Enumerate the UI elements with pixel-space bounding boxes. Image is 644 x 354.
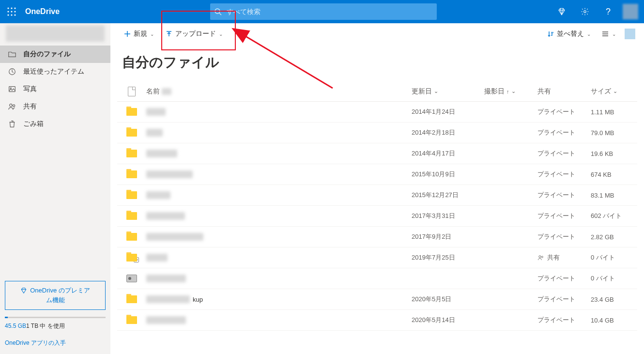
app-header: OneDrive ?	[0, 0, 644, 23]
column-date-taken-label: 撮影日	[484, 87, 505, 96]
plus-icon	[124, 31, 131, 37]
clock-icon	[8, 67, 16, 76]
brand-title[interactable]: OneDrive	[23, 7, 60, 16]
cell-name	[146, 129, 412, 137]
svg-point-1	[11, 7, 12, 9]
cell-size: 19.6 KB	[591, 150, 637, 157]
svg-point-29	[541, 256, 543, 258]
cell-name	[146, 108, 412, 116]
people-icon	[8, 102, 16, 111]
cell-sharing: プライベート	[537, 295, 591, 304]
folder-icon	[126, 212, 137, 220]
column-sharing[interactable]: 共有	[537, 87, 591, 96]
shared-badge-icon: ⇄	[134, 257, 139, 262]
get-app-link[interactable]: OneDrive アプリの入手	[5, 339, 66, 347]
new-button[interactable]: 新規 ⌄	[119, 27, 159, 41]
diamond-icon	[20, 287, 27, 294]
table-row[interactable]: プライベート0 バイト	[117, 268, 637, 289]
column-modified[interactable]: 更新日 ⌄	[412, 87, 484, 96]
premium-label-line2: ム機能	[46, 296, 65, 305]
sidebar-item-4[interactable]: ごみ箱	[0, 115, 110, 133]
table-row[interactable]: 2014年2月18日プライベート79.0 MB	[117, 123, 637, 143]
chevron-down-icon: ⌄	[511, 88, 516, 94]
cell-sharing: プライベート	[537, 191, 591, 200]
new-button-label: 新規	[134, 30, 147, 38]
table-row[interactable]: 2015年10月9日プライベート674 KB	[117, 164, 637, 185]
cell-modified: 2019年7月25日	[412, 253, 484, 262]
table-row[interactable]: 2014年1月24日プライベート1.11 MB	[117, 102, 637, 123]
command-bar: 新規 ⌄ アップロード ⌄ 並べ替え ⌄ ⌄	[110, 23, 644, 45]
table-row[interactable]: 2014年4月17日プライベート19.6 KB	[117, 143, 637, 164]
info-pane-button[interactable]	[625, 29, 635, 39]
svg-point-7	[11, 14, 12, 15]
file-list-header: 名前 更新日 ⌄ 撮影日 ↑ ⌄ 共有 サイズ ⌄	[117, 81, 637, 102]
svg-point-5	[14, 11, 15, 12]
svg-point-28	[539, 256, 541, 258]
column-name[interactable]: 名前	[146, 87, 412, 96]
cell-icon	[117, 150, 146, 157]
upload-button[interactable]: アップロード ⌄	[161, 27, 228, 41]
storage-text: 45.5 GB1 TB 中 を使用	[5, 322, 106, 330]
gear-icon	[581, 7, 589, 16]
file-icon	[128, 87, 136, 96]
premium-diamond-button[interactable]	[550, 0, 573, 23]
sidebar-item-1[interactable]: 最近使ったアイテム	[0, 63, 110, 80]
table-row[interactable]: ⇄2019年7月25日共有0 バイト	[117, 247, 637, 268]
cell-size: 23.4 GB	[591, 296, 637, 303]
help-icon: ?	[606, 7, 611, 17]
help-button[interactable]: ?	[597, 0, 620, 23]
cell-modified: 2014年2月18日	[412, 128, 484, 137]
storage-bar-fill	[5, 317, 8, 318]
cell-sharing: プライベート	[537, 274, 591, 283]
cell-icon: ⇄	[117, 254, 146, 262]
sidebar: 自分のファイル最近使ったアイテム写真共有ごみ箱 OneDrive のプレミア ム…	[0, 23, 110, 354]
column-date-taken[interactable]: 撮影日 ↑ ⌄	[484, 87, 537, 96]
cell-name: kup	[146, 295, 412, 303]
cell-icon	[117, 275, 146, 282]
cell-modified: 2020年5月14日	[412, 316, 484, 324]
folder-icon	[126, 191, 137, 199]
search-input[interactable]	[210, 3, 437, 20]
upload-button-label: アップロード	[175, 30, 216, 38]
premium-features-button[interactable]: OneDrive のプレミア ム機能	[5, 281, 106, 310]
sidebar-item-3[interactable]: 共有	[0, 98, 110, 115]
view-options-button[interactable]: ⌄	[599, 28, 618, 40]
cell-size: 83.1 MB	[591, 192, 637, 199]
table-row[interactable]: 2015年12月27日プライベート83.1 MB	[117, 185, 637, 206]
svg-point-8	[14, 14, 15, 15]
settings-button[interactable]	[573, 0, 597, 23]
sort-button[interactable]: 並べ替え ⌄	[542, 27, 596, 41]
app-launcher-button[interactable]	[0, 0, 23, 23]
waffle-icon	[7, 7, 16, 16]
account-avatar[interactable]	[623, 4, 638, 19]
cell-name	[146, 191, 412, 199]
sidebar-nav: 自分のファイル最近使ったアイテム写真共有ごみ箱	[0, 46, 110, 133]
cell-sharing: 共有	[537, 253, 591, 262]
chevron-down-icon: ⌄	[612, 31, 616, 37]
svg-point-6	[7, 14, 9, 15]
sort-icon	[547, 31, 554, 37]
sidebar-item-0[interactable]: 自分のファイル	[0, 46, 110, 63]
table-row[interactable]: 2017年9月2日プライベート2.82 GB	[117, 227, 637, 247]
table-row[interactable]: 2017年3月31日プライベート602 バイト	[117, 206, 637, 227]
cell-name	[146, 275, 412, 282]
chevron-down-icon: ⌄	[613, 88, 617, 94]
column-size[interactable]: サイズ ⌄	[591, 87, 637, 96]
svg-rect-13	[9, 87, 15, 92]
cell-modified: 2017年9月2日	[412, 232, 484, 241]
photo-icon	[8, 85, 16, 93]
table-row[interactable]: kup2020年5月5日プライベート23.4 GB	[117, 289, 637, 310]
cell-sharing: プライベート	[537, 170, 591, 179]
table-row[interactable]: 2020年5月14日プライベート10.4 GB	[117, 310, 637, 331]
sidebar-user-block[interactable]	[6, 25, 105, 42]
cell-icon	[117, 170, 146, 178]
folder-icon	[126, 170, 137, 178]
sidebar-item-label: 写真	[23, 85, 37, 93]
cell-sharing: プライベート	[537, 232, 591, 241]
sidebar-item-2[interactable]: 写真	[0, 80, 110, 98]
column-size-label: サイズ	[591, 87, 611, 96]
folder-icon	[126, 108, 137, 116]
cell-name	[146, 254, 412, 262]
premium-label-line1: OneDrive のプレミア	[30, 286, 90, 295]
sort-button-label: 並べ替え	[557, 30, 584, 38]
